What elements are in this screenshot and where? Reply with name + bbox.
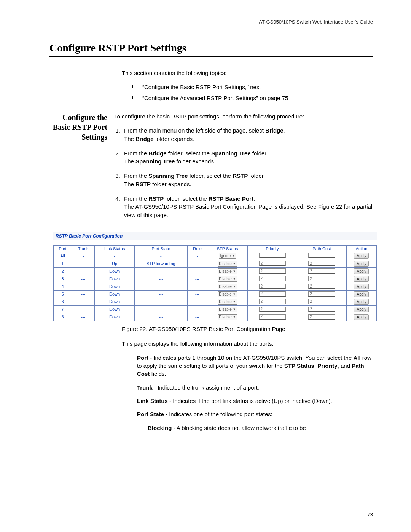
apply-button[interactable]: Apply xyxy=(354,284,369,289)
cell-action: Apply xyxy=(346,313,376,321)
cell-port: 4 xyxy=(54,283,72,290)
chevron-down-icon: ▼ xyxy=(233,292,236,296)
col-role: Role xyxy=(187,245,207,252)
path-cost-input[interactable]: 2 xyxy=(308,276,335,281)
cell-link: Down xyxy=(95,313,134,321)
step: From the main menu on the left side of t… xyxy=(122,126,373,143)
cell-action: Apply xyxy=(346,305,376,313)
cell-priority: 2 xyxy=(248,305,297,313)
table-row: 1---UpSTP forwarding---Disable▼22Apply xyxy=(54,260,377,267)
step: From the RSTP folder, select the RSTP Ba… xyxy=(122,195,373,219)
chevron-down-icon: ▼ xyxy=(233,300,236,304)
path-cost-input[interactable]: 2 xyxy=(308,314,335,320)
path-cost-input[interactable]: 2 xyxy=(308,299,335,304)
cell-priority: 2 xyxy=(248,283,297,290)
stp-status-dropdown[interactable]: Ignore▼ xyxy=(219,253,236,259)
priority-input[interactable]: 2 xyxy=(259,307,286,312)
cell-path-cost: 2 xyxy=(297,275,346,283)
stp-status-dropdown[interactable]: Disable▼ xyxy=(218,314,237,320)
cell-link: Down xyxy=(95,305,134,313)
cell-priority: 2 xyxy=(248,290,297,298)
cell-priority: 2 xyxy=(248,298,297,305)
path-cost-input[interactable] xyxy=(308,253,335,258)
table-row: 6---Down------Disable▼22Apply xyxy=(54,298,377,305)
cell-port: All xyxy=(54,252,72,260)
cell-port: 8 xyxy=(54,313,72,321)
stp-status-dropdown[interactable]: Disable▼ xyxy=(218,307,237,312)
topic-list: “Configure the Basic RSTP Port Settings,… xyxy=(132,83,373,102)
table-header-row: Port Trunk Link Status Port State Role S… xyxy=(54,245,377,252)
cell-state: STP forwarding xyxy=(134,260,187,267)
apply-button[interactable]: Apply xyxy=(354,268,369,274)
cell-path-cost: 2 xyxy=(297,305,346,313)
priority-input[interactable]: 2 xyxy=(259,284,286,289)
col-port: Port xyxy=(54,245,72,252)
stp-status-dropdown[interactable]: Disable▼ xyxy=(218,299,237,305)
cell-trunk: --- xyxy=(72,298,95,305)
cell-trunk: --- xyxy=(72,290,95,298)
cell-role: --- xyxy=(187,267,207,275)
priority-input[interactable]: 2 xyxy=(259,314,286,320)
priority-input[interactable]: 2 xyxy=(259,291,286,297)
apply-button[interactable]: Apply xyxy=(354,307,369,312)
chevron-down-icon: ▼ xyxy=(233,270,236,273)
cell-state: --- xyxy=(134,267,187,275)
cell-action: Apply xyxy=(346,267,376,275)
cell-trunk: - xyxy=(72,252,95,260)
apply-button[interactable]: Apply xyxy=(354,253,369,259)
apply-button[interactable]: Apply xyxy=(354,261,369,267)
cell-link: Down xyxy=(95,275,134,283)
cell-link: Down xyxy=(95,267,134,275)
priority-input[interactable]: 2 xyxy=(259,261,286,266)
table-row: 7---Down------Disable▼22Apply xyxy=(54,305,377,313)
priority-input[interactable]: 2 xyxy=(259,299,286,304)
rstp-config-screenshot: RSTP Basic Port Configuration Port Trunk… xyxy=(53,232,377,321)
cell-state: --- xyxy=(134,290,187,298)
cell-path-cost: 2 xyxy=(297,260,346,267)
path-cost-input[interactable]: 2 xyxy=(308,291,335,297)
cell-state: --- xyxy=(134,305,187,313)
cell-stp-status: Disable▼ xyxy=(207,313,248,321)
col-stp-status: STP Status xyxy=(207,245,248,252)
priority-input[interactable]: 2 xyxy=(259,268,286,274)
stp-status-dropdown[interactable]: Disable▼ xyxy=(218,291,237,297)
priority-input[interactable]: 2 xyxy=(259,276,286,281)
cell-stp-status: Disable▼ xyxy=(207,275,248,283)
cell-state: --- xyxy=(134,283,187,290)
col-priority: Priority xyxy=(248,245,297,252)
def-blocking: Blocking - A blocking state does not all… xyxy=(148,424,373,432)
stp-status-dropdown[interactable]: Disable▼ xyxy=(218,261,237,267)
chevron-down-icon: ▼ xyxy=(233,277,236,281)
stp-status-dropdown[interactable]: Disable▼ xyxy=(218,284,237,289)
doc-header: AT-GS950/10PS Switch Web Interface User'… xyxy=(49,19,373,25)
cell-priority: 2 xyxy=(248,313,297,321)
cell-link: Up xyxy=(95,260,134,267)
priority-input[interactable] xyxy=(259,253,286,258)
path-cost-input[interactable]: 2 xyxy=(308,284,335,289)
cell-role: - xyxy=(187,252,207,260)
apply-button[interactable]: Apply xyxy=(354,291,369,297)
subsection-heading: Configure the Basic RSTP Port Settings xyxy=(49,112,114,142)
apply-button[interactable]: Apply xyxy=(354,314,369,320)
path-cost-input[interactable]: 2 xyxy=(308,268,335,274)
cell-trunk: --- xyxy=(72,267,95,275)
col-path-cost: Path Cost xyxy=(297,245,346,252)
path-cost-input[interactable]: 2 xyxy=(308,307,335,312)
apply-button[interactable]: Apply xyxy=(354,276,369,282)
path-cost-input[interactable]: 2 xyxy=(308,261,335,266)
stp-status-dropdown[interactable]: Disable▼ xyxy=(218,268,237,274)
cell-link: Down xyxy=(95,290,134,298)
apply-button[interactable]: Apply xyxy=(354,299,369,305)
cell-trunk: --- xyxy=(72,260,95,267)
cell-path-cost: 2 xyxy=(297,290,346,298)
cell-link: Down xyxy=(95,298,134,305)
cell-port: 5 xyxy=(54,290,72,298)
step: From the Spanning Tree folder, select th… xyxy=(122,172,373,189)
cell-path-cost: 2 xyxy=(297,267,346,275)
stp-status-dropdown[interactable]: Disable▼ xyxy=(218,276,237,282)
def-port: Port - Indicates ports 1 through 10 on t… xyxy=(137,354,373,378)
cell-action: Apply xyxy=(346,298,376,305)
table-row: 3---Down------Disable▼22Apply xyxy=(54,275,377,283)
section-title: Configure RSTP Port Settings xyxy=(49,42,373,54)
after-intro: This page displays the following informa… xyxy=(122,340,373,348)
